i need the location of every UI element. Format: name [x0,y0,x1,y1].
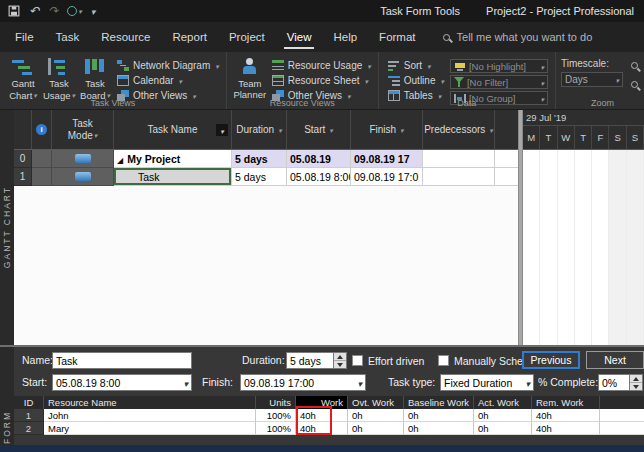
spin-down-icon[interactable] [334,361,346,368]
task-name-cell-selected[interactable]: Task [114,168,232,186]
act-work-column-header[interactable]: Act. Work [474,396,532,409]
rem-work-column-header[interactable]: Rem. Work [532,396,600,409]
filler-cell[interactable] [600,422,644,435]
finish-cell[interactable]: 09.08.19 17 [351,150,423,168]
zoom-in-button[interactable] [627,59,642,72]
tab-help[interactable]: Help [322,22,368,52]
add-column-header[interactable] [495,110,518,149]
units-cell[interactable]: 100% [256,409,296,422]
gantt-chart-button[interactable]: Gantt Chart [5,55,41,101]
spin-up-icon[interactable] [334,353,346,361]
ovt-work-cell[interactable]: 0h [348,409,404,422]
info-column-header[interactable] [32,110,52,149]
team-planner-button[interactable]: Team Planner [232,55,268,100]
sort-button[interactable]: Sort [388,59,444,72]
ovt-work-cell[interactable]: 0h [348,422,404,435]
pct-complete-field[interactable] [598,374,630,391]
resource-usage-button[interactable]: Resource Usage [272,59,371,72]
rem-work-cell[interactable]: 40h [532,409,600,422]
info-cell[interactable] [32,168,52,186]
predecessors-column-header[interactable]: Predecessors [423,110,495,149]
id-column-header[interactable]: ID [14,396,44,409]
task-mode-column-header[interactable]: Task Mode [52,110,114,149]
work-cell[interactable]: 40h [296,422,348,435]
baseline-work-column-header[interactable]: Baseline Work [404,396,474,409]
finish-cell[interactable]: 09.08.19 17:0 [351,168,423,186]
row-number-cell[interactable]: 1 [14,168,32,186]
predecessors-cell[interactable] [423,168,495,186]
start-column-header[interactable]: Start [287,110,351,149]
work-cell[interactable]: 40h [296,409,348,422]
id-cell[interactable]: 1 [14,409,44,422]
act-work-cell[interactable]: 0h [474,409,532,422]
baseline-work-cell[interactable]: 0h [404,422,474,435]
redo-button[interactable] [48,5,58,17]
filler-cell[interactable] [495,168,518,186]
spin-down-icon[interactable] [630,383,642,390]
row-number-cell[interactable]: 0 [14,150,32,168]
save-button[interactable] [8,5,20,17]
outline-button[interactable]: Outline [388,74,444,87]
duration-cell[interactable]: 5 days [232,168,287,186]
start-cell[interactable]: 05.08.19 [287,150,351,168]
effort-driven-checkbox[interactable]: Effort driven [352,354,424,367]
tab-task[interactable]: Task [45,22,91,52]
resource-sheet-button[interactable]: Resource Sheet [272,74,371,87]
duration-input[interactable] [290,353,330,368]
checkbox-icon[interactable] [352,355,363,366]
predecessors-cell[interactable] [423,150,495,168]
duration-column-header[interactable]: Duration [232,110,287,149]
previous-button[interactable]: Previous [522,351,580,369]
task-mode-cell[interactable] [52,150,114,168]
filler-cell[interactable] [600,409,644,422]
task-usage-button[interactable]: Task Usage [41,55,77,101]
resource-name-cell[interactable]: Mary [44,422,256,435]
spin-up-icon[interactable] [630,375,642,383]
collapse-triangle-icon[interactable] [117,153,127,165]
tab-view[interactable]: View [276,22,323,52]
finish-column-header[interactable]: Finish [351,110,423,149]
duration-cell[interactable]: 5 days [232,150,287,168]
calendar-button[interactable]: Calendar [117,74,219,87]
task-mode-cell[interactable] [52,168,114,186]
touch-mode-button[interactable] [67,4,82,18]
autofilter-button[interactable] [216,124,228,136]
tab-report[interactable]: Report [161,22,218,52]
timescale-combo[interactable]: Days [561,72,623,87]
duration-spinner[interactable] [334,352,347,369]
network-diagram-button[interactable]: Network Diagram [117,59,219,72]
resource-name-column-header[interactable]: Resource Name [44,396,256,409]
start-combo[interactable]: 05.08.19 8:00 [52,374,192,391]
rem-work-cell[interactable]: 40h [532,422,600,435]
ovt-work-column-header[interactable]: Ovt. Work [348,396,404,409]
units-cell[interactable]: 100% [256,422,296,435]
pct-complete-input[interactable] [602,375,626,390]
task-type-combo[interactable]: Fixed Duration [440,374,534,391]
task-name-column-header[interactable]: Task Name [114,110,232,149]
tab-project[interactable]: Project [218,22,276,52]
undo-button[interactable] [29,5,39,17]
checkbox-icon[interactable] [438,355,449,366]
task-board-button[interactable]: Task Board [77,55,113,101]
tab-format[interactable]: Format [368,22,426,52]
pct-complete-spinner[interactable] [630,374,643,391]
tell-me-search[interactable]: Tell me what you want to do [443,31,593,43]
filler-cell[interactable] [495,150,518,168]
start-cell[interactable]: 05.08.19 8:00 [287,168,351,186]
filter-combo[interactable]: [No Filter] [450,75,548,89]
units-column-header[interactable]: Units [256,396,296,409]
work-column-header[interactable]: Work [296,396,348,409]
info-cell[interactable] [32,150,52,168]
finish-combo[interactable]: 09.08.19 17:00 [240,374,366,391]
tab-file[interactable]: File [4,22,45,52]
resource-name-cell[interactable]: John [44,409,256,422]
task-name-cell[interactable]: My Project [114,150,232,168]
act-work-cell[interactable]: 0h [474,422,532,435]
highlight-combo[interactable]: [No Highlight] [450,59,548,73]
baseline-work-cell[interactable]: 0h [404,409,474,422]
qat-customize-button[interactable] [91,5,96,18]
tab-resource[interactable]: Resource [90,22,161,52]
id-cell[interactable]: 2 [14,422,44,435]
next-button[interactable]: Next [586,351,644,369]
zoom-out-button[interactable] [627,78,642,91]
